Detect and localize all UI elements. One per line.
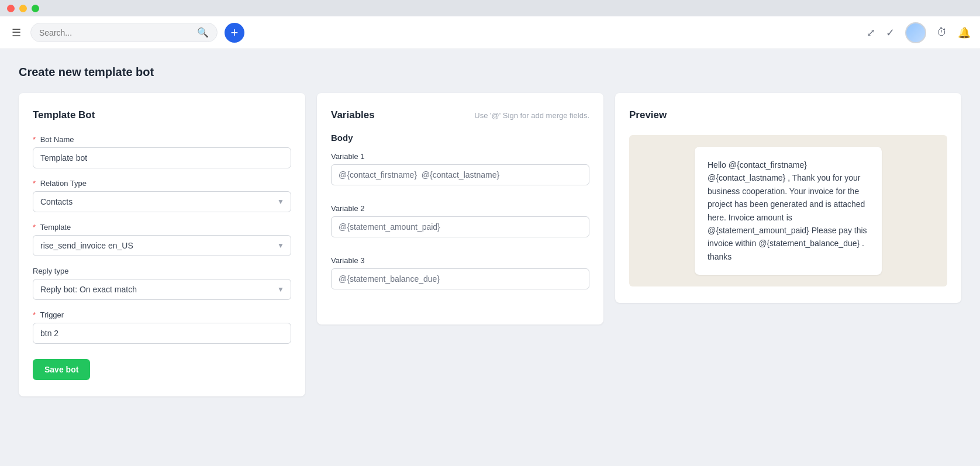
trigger-group: * Trigger (33, 310, 291, 344)
template-group: * Template rise_send_invoice en_US ▼ (33, 223, 291, 256)
template-bot-panel: Template Bot * Bot Name * Relation Type … (19, 93, 305, 396)
maximize-button[interactable] (32, 5, 39, 12)
reply-type-group: Reply type Reply bot: On exact match Rep… (33, 267, 291, 300)
page-title: Create new template bot (19, 65, 961, 79)
template-bot-panel-title: Template Bot (33, 109, 291, 121)
search-container: 🔍 (30, 23, 218, 42)
bell-icon[interactable]: 🔔 (958, 26, 971, 39)
trigger-input[interactable] (33, 323, 291, 344)
bot-name-label: * Bot Name (33, 135, 291, 144)
variables-hint: Use '@' Sign for add merge fields. (474, 111, 589, 120)
relation-type-select[interactable]: Contacts Leads Deals (33, 191, 291, 212)
variables-panel-title: Variables (331, 109, 375, 121)
variable3-input[interactable] (331, 268, 589, 289)
relation-type-group: * Relation Type Contacts Leads Deals ▼ (33, 179, 291, 212)
variable1-label: Variable 1 (331, 152, 589, 161)
variable2-group: Variable 2 (331, 204, 589, 246)
relation-type-label: * Relation Type (33, 179, 291, 188)
titlebar (0, 0, 980, 16)
check-icon[interactable]: ✓ (886, 26, 895, 39)
panels-row: Template Bot * Bot Name * Relation Type … (19, 93, 961, 396)
clock-icon[interactable]: ⏱ (937, 26, 947, 39)
search-input[interactable] (39, 28, 192, 37)
relation-type-select-wrapper: Contacts Leads Deals ▼ (33, 191, 291, 212)
template-label: * Template (33, 223, 291, 232)
preview-panel-title: Preview (629, 109, 947, 121)
preview-message-text: Hello @{contact_firstname} @{contact_las… (708, 160, 867, 261)
template-select[interactable]: rise_send_invoice en_US (33, 235, 291, 256)
save-bot-button[interactable]: Save bot (33, 359, 90, 380)
bot-name-group: * Bot Name (33, 135, 291, 168)
add-button[interactable]: + (225, 23, 244, 43)
share-icon[interactable]: ⤢ (867, 26, 875, 39)
toolbar-right: ⤢ ✓ ⏱ 🔔 (867, 22, 971, 43)
avatar[interactable] (905, 22, 926, 43)
main-content: Create new template bot Template Bot * B… (0, 49, 980, 466)
bot-name-input[interactable] (33, 147, 291, 168)
minimize-button[interactable] (19, 5, 27, 12)
variables-header: Variables Use '@' Sign for add merge fie… (331, 109, 589, 121)
menu-icon[interactable]: ☰ (9, 24, 23, 42)
toolbar: ☰ 🔍 + ⤢ ✓ ⏱ 🔔 (0, 16, 980, 49)
reply-type-select-wrapper: Reply bot: On exact match Reply bot: Con… (33, 279, 291, 300)
reply-type-select[interactable]: Reply bot: On exact match Reply bot: Con… (33, 279, 291, 300)
variable2-input[interactable] (331, 216, 589, 237)
close-button[interactable] (7, 5, 15, 12)
reply-type-label: Reply type (33, 267, 291, 275)
trigger-label: * Trigger (33, 310, 291, 319)
variable3-label: Variable 3 (331, 256, 589, 265)
template-select-wrapper: rise_send_invoice en_US ▼ (33, 235, 291, 256)
preview-image-area: Hello @{contact_firstname} @{contact_las… (629, 135, 947, 286)
variable1-group: Variable 1 (331, 152, 589, 194)
preview-panel: Preview Hello @{contact_firstname} @{con… (615, 93, 961, 303)
variable1-input[interactable] (331, 164, 589, 185)
preview-message-box: Hello @{contact_firstname} @{contact_las… (695, 147, 882, 275)
variables-panel: Variables Use '@' Sign for add merge fie… (317, 93, 603, 325)
search-icon: 🔍 (197, 27, 209, 38)
body-section-title: Body (331, 133, 589, 143)
variable2-label: Variable 2 (331, 204, 589, 213)
variable3-group: Variable 3 (331, 256, 589, 298)
